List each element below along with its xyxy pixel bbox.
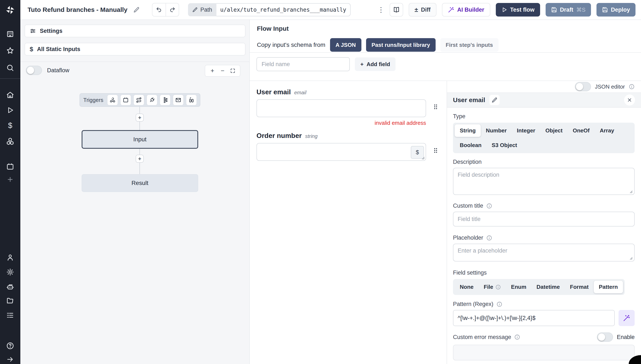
- zoom-in-button[interactable]: +: [208, 66, 217, 76]
- draft-button[interactable]: Draft ⌘S: [546, 3, 591, 16]
- setting-file-button[interactable]: File: [479, 281, 506, 293]
- fit-view-button[interactable]: [229, 66, 237, 76]
- http-route-trigger-icon[interactable]: [133, 94, 144, 106]
- user-email-input[interactable]: [257, 99, 426, 117]
- path-label[interactable]: Path: [188, 3, 216, 16]
- settings-gear-icon[interactable]: [6, 268, 15, 277]
- type-integer-button[interactable]: Integer: [512, 124, 540, 137]
- json-editor-toggle[interactable]: [575, 82, 591, 91]
- custom-title-input[interactable]: [453, 212, 635, 226]
- docs-book-button[interactable]: [390, 3, 403, 16]
- triggers-label: Triggers: [83, 97, 103, 104]
- ai-builder-button[interactable]: AI Builder: [442, 3, 490, 16]
- description-textarea[interactable]: [453, 168, 635, 195]
- websocket-trigger-icon[interactable]: [147, 94, 158, 106]
- runs-icon[interactable]: [6, 106, 15, 115]
- add-field-row: + Add field: [257, 57, 641, 71]
- result-node[interactable]: Result: [82, 174, 198, 192]
- draft-shortcut: ⌘S: [576, 6, 585, 13]
- help-icon[interactable]: [6, 341, 15, 350]
- resize-handle-icon[interactable]: [628, 189, 633, 194]
- flow-settings-row[interactable]: Settings: [25, 24, 245, 37]
- triggers-node[interactable]: Triggers: [80, 93, 200, 107]
- resize-handle-icon[interactable]: [628, 256, 633, 260]
- folders-icon[interactable]: [6, 296, 15, 305]
- diff-button[interactable]: ± Diff: [409, 3, 436, 16]
- insert-step-button[interactable]: +: [136, 114, 144, 122]
- variables-icon[interactable]: $: [6, 121, 15, 130]
- schema-from-first-step-button[interactable]: First step's inputs: [440, 38, 498, 52]
- schedules-icon[interactable]: [6, 162, 15, 171]
- dataflow-toggle[interactable]: [26, 66, 42, 75]
- setting-format-button[interactable]: Format: [565, 281, 594, 293]
- user-icon[interactable]: [6, 253, 15, 262]
- resize-handle-icon[interactable]: [420, 155, 425, 160]
- field-settings-selector: None File Enum Datetime Format Pattern: [453, 279, 625, 295]
- schema-from-json-button[interactable]: A JSON: [330, 38, 361, 52]
- schema-from-past-runs-button[interactable]: Past runs/Input library: [366, 38, 436, 52]
- type-s3-object-button[interactable]: S3 Object: [487, 139, 522, 152]
- info-icon: [514, 334, 520, 340]
- webhook-trigger-icon[interactable]: [107, 94, 118, 106]
- type-number-button[interactable]: Number: [481, 124, 512, 137]
- close-inspector-icon[interactable]: [624, 94, 635, 106]
- email-trigger-icon[interactable]: [173, 94, 184, 106]
- inspector-field-title: User email: [453, 96, 485, 104]
- polling-trigger-icon[interactable]: [186, 94, 197, 106]
- setting-none-button[interactable]: None: [455, 281, 479, 293]
- zoom-out-button[interactable]: −: [218, 66, 227, 76]
- setting-enum-button[interactable]: Enum: [506, 281, 531, 293]
- edit-title-pencil-icon[interactable]: [133, 6, 140, 13]
- info-icon: [629, 84, 635, 90]
- schedule-trigger-icon[interactable]: [120, 94, 131, 106]
- type-object-button[interactable]: Object: [540, 124, 568, 137]
- workers-robot-icon[interactable]: [6, 282, 15, 291]
- pattern-label-row: Pattern (Regex): [453, 301, 635, 308]
- search-icon[interactable]: [6, 63, 15, 72]
- windmill-logo[interactable]: [0, 0, 20, 20]
- kafka-trigger-icon[interactable]: [160, 94, 171, 106]
- undo-button[interactable]: [152, 4, 166, 16]
- drag-handle-icon[interactable]: [432, 103, 439, 110]
- rename-field-pencil-icon[interactable]: [489, 95, 500, 105]
- more-options-kebab-icon[interactable]: ⋮: [378, 6, 384, 13]
- add-field-button[interactable]: + Add field: [355, 58, 396, 71]
- custom-error-enable-toggle[interactable]: [597, 332, 613, 342]
- redo-button[interactable]: [166, 4, 179, 16]
- ai-generate-regex-button[interactable]: [618, 310, 635, 326]
- setting-datetime-button[interactable]: Datetime: [531, 281, 565, 293]
- add-item-icon[interactable]: [6, 175, 15, 184]
- all-static-inputs-row[interactable]: $ All Static Inputs: [25, 43, 245, 56]
- drag-handle-icon[interactable]: [432, 147, 439, 154]
- insert-step-button[interactable]: +: [136, 155, 144, 163]
- input-node[interactable]: Input: [82, 130, 198, 149]
- flow-input-title: Flow Input: [250, 20, 641, 32]
- home-icon[interactable]: [6, 90, 15, 100]
- json-editor-row: JSON editor: [447, 81, 641, 93]
- expand-sidebar-icon[interactable]: [6, 355, 15, 364]
- divider: [250, 52, 641, 53]
- placeholder-textarea[interactable]: [453, 244, 635, 262]
- custom-error-message-input[interactable]: [453, 345, 635, 360]
- resources-icon[interactable]: [6, 136, 15, 146]
- type-boolean-button[interactable]: Boolean: [455, 139, 487, 152]
- undo-redo-group: [152, 3, 179, 16]
- workspace-icon[interactable]: [6, 29, 15, 38]
- audit-logs-icon[interactable]: [6, 310, 15, 320]
- type-string-button[interactable]: String: [455, 124, 481, 137]
- order-number-input[interactable]: $: [257, 143, 426, 161]
- type-array-button[interactable]: Array: [594, 124, 619, 137]
- favorites-star-icon[interactable]: [6, 46, 15, 55]
- setting-pattern-button[interactable]: Pattern: [594, 281, 623, 293]
- type-oneof-button[interactable]: OneOf: [568, 124, 594, 137]
- plus-icon: +: [360, 61, 364, 68]
- pattern-regex-input[interactable]: [453, 310, 615, 326]
- deploy-button[interactable]: Deploy: [596, 3, 635, 16]
- path-value[interactable]: u/alex/tuto_refund_branches___manually: [216, 3, 351, 16]
- test-flow-button[interactable]: Test flow: [496, 3, 540, 16]
- copy-schema-label: Copy input's schema from: [257, 42, 325, 48]
- field-settings-label: Field settings: [453, 270, 635, 276]
- dataflow-row: Dataflow: [26, 66, 69, 75]
- field-name-input[interactable]: [257, 57, 350, 71]
- save-icon: [602, 7, 608, 13]
